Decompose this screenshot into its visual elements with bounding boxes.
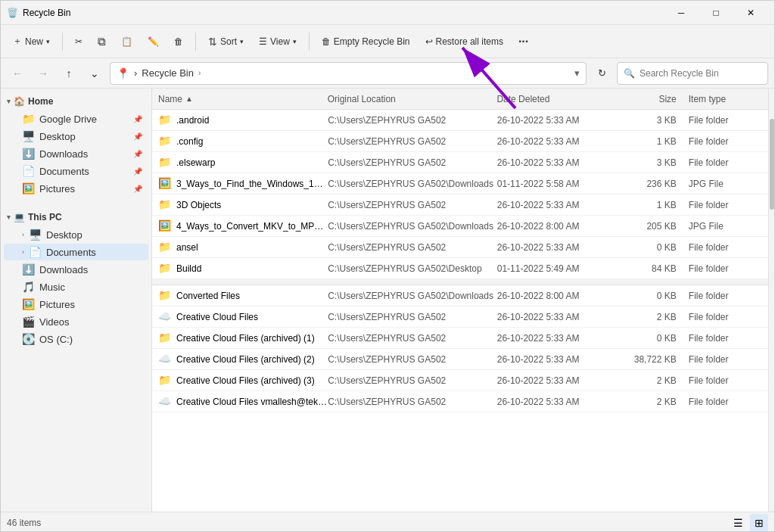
folder-icon: 📁	[158, 241, 172, 254]
back-button[interactable]: ←	[7, 63, 28, 84]
file-location: C:\Users\ZEPHYRUS GA502	[328, 312, 497, 322]
table-row[interactable]: ☁️ Creative Cloud Files (archived) (2) C…	[152, 349, 768, 370]
paste-button[interactable]: 📋	[115, 30, 139, 54]
new-button[interactable]: ＋ New ▾	[7, 30, 56, 54]
music-icon: 🎵	[22, 281, 35, 293]
column-type[interactable]: Item type	[689, 94, 762, 104]
chevron-view-icon: ▾	[293, 38, 297, 45]
sidebar-item-documents[interactable]: 📄 Documents 📌	[4, 163, 148, 179]
rename-button[interactable]: ✏️	[142, 30, 165, 54]
table-row[interactable]: 📁 .elsewarp C:\Users\ZEPHYRUS GA502 26-1…	[152, 152, 768, 173]
scrollbar-thumb[interactable]	[770, 119, 774, 210]
file-type: File folder	[689, 200, 762, 210]
file-size: 0 KB	[630, 242, 689, 253]
table-row[interactable]: 🖼️ 4_Ways_to_Convert_MKV_to_MP4_i... C:\…	[152, 216, 768, 237]
table-row[interactable]: 📁 Converted Files C:\Users\ZEPHYRUS GA50…	[152, 285, 768, 306]
file-name: Creative Cloud Files vmallesh@teks...	[176, 397, 328, 407]
sidebar-item-label: Music	[39, 282, 142, 293]
folder-icon: 📁	[158, 135, 172, 148]
table-row[interactable]: 📁 Creative Cloud Files (archived) (3) C:…	[152, 370, 768, 391]
table-row[interactable]: 📁 .config C:\Users\ZEPHYRUS GA502 26-10-…	[152, 131, 768, 152]
chevron-right-icon: ›	[22, 248, 24, 256]
file-name: .config	[176, 136, 328, 147]
copy-button[interactable]: ⧉	[92, 30, 112, 54]
file-area: Name ▲ Original Location Date Deleted Si…	[152, 89, 768, 512]
desktop-icon: 🖥️	[22, 130, 35, 142]
file-date: 26-10-2022 5:33 AM	[497, 242, 630, 253]
sort-button[interactable]: ⇅ Sort ▾	[202, 30, 250, 54]
file-location: C:\Users\ZEPHYRUS GA502	[328, 354, 497, 365]
minimize-button[interactable]: ─	[664, 1, 699, 25]
desktop-pc-icon: 🖥️	[29, 229, 42, 241]
refresh-button[interactable]: ↻	[591, 63, 612, 84]
file-type: File folder	[689, 157, 762, 168]
sidebar-item-videos[interactable]: 🎬 Videos	[4, 313, 148, 330]
column-date[interactable]: Date Deleted	[496, 94, 629, 104]
pin-icon: 📌	[133, 132, 142, 141]
table-row[interactable]: 🖼️ 3_Ways_to_Find_the_Windows_11_S... C:…	[152, 173, 768, 194]
column-size[interactable]: Size	[629, 94, 688, 104]
tiles-view-button[interactable]: ⊞	[750, 514, 768, 532]
column-header: Name ▲ Original Location Date Deleted Si…	[152, 89, 768, 110]
close-button[interactable]: ✕	[733, 1, 768, 25]
search-box[interactable]: 🔍	[617, 62, 768, 85]
sidebar-item-label: Documents	[39, 166, 129, 177]
recent-button[interactable]: ⌄	[84, 63, 105, 84]
sidebar-item-pictures[interactable]: 🖼️ Pictures 📌	[4, 180, 148, 197]
table-row[interactable]: 📁 Creative Cloud Files (archived) (1) C:…	[152, 328, 768, 349]
sidebar-item-music[interactable]: 🎵 Music	[4, 278, 148, 295]
sort-asc-icon: ▲	[185, 95, 193, 103]
sidebar-thispc-label: This PC	[28, 212, 62, 222]
table-row[interactable]: ☁️ Creative Cloud Files C:\Users\ZEPHYRU…	[152, 306, 768, 328]
address-dropdown-button[interactable]: ▾	[574, 67, 580, 79]
table-row[interactable]: 📁 .android C:\Users\ZEPHYRUS GA502 26-10…	[152, 110, 768, 131]
address-bar[interactable]: 📍 › Recycle Bin › ▾	[110, 62, 587, 85]
sidebar-home-header[interactable]: ▾ 🏠 Home	[1, 93, 151, 110]
more-button[interactable]: ···	[512, 30, 534, 54]
column-location[interactable]: Original Location	[328, 94, 497, 104]
file-date: 26-10-2022 5:33 AM	[497, 115, 630, 126]
delete-button[interactable]: 🗑	[168, 30, 189, 54]
folder-icon: 📁	[158, 374, 172, 387]
sidebar-thispc-header[interactable]: ▾ 💻 This PC	[1, 209, 151, 226]
trash-icon: 🗑	[174, 36, 183, 47]
downloads-icon: ⬇️	[22, 148, 35, 160]
copy-icon: ⧉	[98, 35, 106, 48]
sidebar-item-downloads[interactable]: ⬇️ Downloads 📌	[4, 145, 148, 162]
empty-recycle-bin-button[interactable]: 🗑 Empty Recycle Bin	[316, 30, 416, 54]
folder-icon: 📁	[158, 198, 172, 212]
forward-button[interactable]: →	[33, 63, 54, 84]
up-button[interactable]: ↑	[58, 63, 79, 84]
scrollbar-track[interactable]	[768, 89, 774, 512]
table-row[interactable]: ☁️ Creative Cloud Files vmallesh@teks...…	[152, 391, 768, 412]
file-name: Creative Cloud Files (archived) (2)	[176, 354, 328, 365]
table-row[interactable]: 📁 ansel C:\Users\ZEPHYRUS GA502 26-10-20…	[152, 237, 768, 258]
sidebar-item-google-drive[interactable]: 📁 Google Drive 📌	[4, 110, 148, 127]
pictures-icon: 🖼️	[22, 182, 35, 194]
details-view-button[interactable]: ☰	[729, 514, 747, 532]
file-size: 1 KB	[630, 136, 689, 147]
search-icon: 🔍	[624, 68, 635, 79]
sidebar-item-documents-pc[interactable]: › 📄 Documents	[4, 244, 148, 260]
file-size: 2 KB	[630, 397, 689, 407]
pin-icon: 📌	[133, 167, 142, 176]
sidebar-home-section: ▾ 🏠 Home 📁 Google Drive 📌 🖥️ Desktop 📌 ⬇…	[1, 93, 151, 197]
search-input[interactable]	[640, 68, 761, 79]
restore-all-button[interactable]: ↩ Restore all items	[419, 30, 509, 54]
thispc-icon: 💻	[14, 212, 25, 222]
table-row[interactable]: 📁 3D Objects C:\Users\ZEPHYRUS GA502 26-…	[152, 194, 768, 216]
file-type: File folder	[689, 291, 762, 301]
folder-icon: 📁	[158, 114, 172, 127]
sidebar-item-desktop[interactable]: 🖥️ Desktop 📌	[4, 128, 148, 145]
cut-button[interactable]: ✂	[69, 30, 89, 54]
sidebar-item-desktop-pc[interactable]: › 🖥️ Desktop	[4, 226, 148, 243]
column-name[interactable]: Name ▲	[158, 94, 328, 104]
view-button[interactable]: ☰ View ▾	[253, 30, 303, 54]
sidebar-item-pictures-pc[interactable]: 🖼️ Pictures	[4, 296, 148, 313]
folder-icon: 📁	[158, 331, 172, 345]
table-row[interactable]: 📁 Buildd C:\Users\ZEPHYRUS GA502\Desktop…	[152, 258, 768, 279]
sidebar-item-os-c[interactable]: 💽 OS (C:)	[4, 331, 148, 347]
maximize-button[interactable]: □	[699, 1, 733, 25]
sidebar-item-downloads-pc[interactable]: ⬇️ Downloads	[4, 261, 148, 278]
view-icon: ☰	[259, 36, 267, 47]
